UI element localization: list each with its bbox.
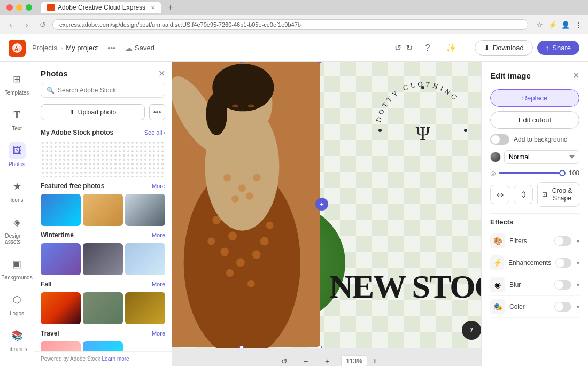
flip-h-btn[interactable]: ⇔ <box>490 185 509 204</box>
sidebar-item-icons[interactable]: ★ Icons <box>2 174 32 207</box>
my-stock-title: My Adobe Stock photos <box>41 129 113 136</box>
zoom-display[interactable]: 113% <box>341 355 367 367</box>
app-header: Ai Projects › My project ••• ☁ Saved ↺ ↻… <box>0 34 588 62</box>
svg-point-19 <box>206 92 227 135</box>
forward-btn[interactable]: › <box>20 18 33 31</box>
zoom-out-btn[interactable]: − <box>298 354 313 367</box>
reload-btn[interactable]: ↺ <box>36 18 49 31</box>
canvas[interactable]: + DOTTY CLOTHING Ψ <box>172 62 481 348</box>
filters-label: Filters <box>509 237 550 245</box>
svg-point-29 <box>421 86 424 89</box>
breadcrumb-parent[interactable]: Projects <box>32 44 57 52</box>
travel-more-link[interactable]: More <box>152 330 165 337</box>
enhancements-toggle[interactable] <box>555 258 571 268</box>
fall-more-link[interactable]: More <box>152 281 165 287</box>
browser-tab[interactable]: Adobe Creative Cloud Express ✕ <box>41 2 161 13</box>
sidebar-item-libraries[interactable]: 📚 Libraries <box>2 323 32 356</box>
opacity-slider[interactable] <box>499 172 563 174</box>
fall-photo-3[interactable] <box>125 292 165 324</box>
photos-label: Photos <box>9 161 25 167</box>
blur-expand-icon[interactable]: ▾ <box>577 282 579 288</box>
featured-photo-1[interactable] <box>41 194 81 226</box>
maximize-dot[interactable] <box>26 4 32 11</box>
color-expand-icon[interactable]: ▾ <box>577 304 579 310</box>
extension-icon[interactable]: ⚡ <box>547 19 558 30</box>
travel-photo-2[interactable] <box>83 341 123 351</box>
enhancements-icon: ⚡ <box>490 255 504 270</box>
edit-cutout-label: Edit cutout <box>519 116 551 124</box>
stock-pattern[interactable] <box>41 141 165 177</box>
opacity-thumb[interactable] <box>559 170 566 176</box>
header-actions: ⬇ Download ↑ Share <box>475 40 579 56</box>
download-button[interactable]: ⬇ Download <box>475 40 533 56</box>
sidebar-item-logos[interactable]: ⬡ Logos <box>2 287 32 321</box>
settings-icon[interactable]: ⋮ <box>573 19 584 30</box>
close-dot[interactable] <box>6 4 13 11</box>
upload-more-btn[interactable]: ••• <box>149 104 165 120</box>
magic-btn[interactable]: ✨ <box>443 40 460 57</box>
winter-photo-1[interactable] <box>41 243 81 275</box>
sidebar-item-photos[interactable]: 🖼 Photos <box>2 138 32 172</box>
redo-btn[interactable]: ↻ <box>406 43 413 53</box>
zoom-in-btn[interactable]: + <box>320 354 335 367</box>
featured-grid <box>41 194 165 226</box>
flip-h-icon: ⇔ <box>497 190 504 200</box>
filters-toggle[interactable] <box>554 236 571 246</box>
winter-photo-3[interactable] <box>125 243 165 275</box>
share-label: Share <box>552 44 571 52</box>
photos-icon: 🖼 <box>12 145 22 157</box>
address-bar[interactable]: express.adobe.com/sp/design/post/urn:aai… <box>52 19 528 30</box>
svg-point-23 <box>238 184 246 192</box>
winter-photo-2[interactable] <box>83 243 123 275</box>
travel-photo-1[interactable] <box>41 341 81 351</box>
text-label: Text <box>12 126 21 131</box>
featured-photo-3[interactable] <box>125 194 165 226</box>
replace-btn[interactable]: Replace <box>490 89 579 107</box>
wintertime-more-link[interactable]: More <box>152 232 165 238</box>
tab-close-btn[interactable]: ✕ <box>151 5 155 11</box>
panel-close-btn[interactable]: ✕ <box>158 68 165 79</box>
blend-mode-select[interactable]: Normal Multiply Screen Overlay <box>504 150 579 164</box>
sidebar-item-design-assets[interactable]: ◈ Design assets <box>2 209 32 249</box>
panel-scroll: My Adobe Stock photos See all › Featured… <box>34 127 172 351</box>
share-button[interactable]: ↑ Share <box>537 41 579 55</box>
fall-photo-1[interactable] <box>41 292 81 324</box>
zoom-info-btn[interactable]: ℹ <box>374 357 376 365</box>
help-btn[interactable]: ? <box>419 40 436 57</box>
flip-v-btn[interactable]: ⇕ <box>514 185 533 204</box>
panel-title: Photos <box>41 69 68 78</box>
photos-icon-wrap: 🖼 <box>9 142 26 159</box>
more-options-btn[interactable]: ••• <box>104 43 119 53</box>
sidebar-item-backgrounds[interactable]: ▣ Backgrounds <box>2 251 32 285</box>
blur-toggle[interactable] <box>554 280 571 290</box>
color-toggle[interactable] <box>554 302 571 312</box>
upload-photo-btn[interactable]: ⬆ Upload photo <box>41 104 145 120</box>
add-background-toggle[interactable] <box>490 134 509 145</box>
right-panel-close-btn[interactable]: ✕ <box>572 71 579 81</box>
fall-photo-2[interactable] <box>83 292 123 324</box>
edit-cutout-btn[interactable]: Edit cutout <box>490 111 579 129</box>
crop-shape-btn[interactable]: ⊡ Crop & Shape <box>537 182 579 207</box>
rotate-canvas-btn[interactable]: ↺ <box>277 354 292 367</box>
enhancements-expand-icon[interactable]: ▾ <box>577 260 579 266</box>
breadcrumb-current[interactable]: My project <box>66 44 98 52</box>
undo-btn[interactable]: ↺ <box>394 43 401 53</box>
backgrounds-icon-wrap: ▣ <box>9 255 26 272</box>
zoom-level: 113% <box>346 357 362 365</box>
sidebar-item-templates[interactable]: ⊞ Templates <box>2 66 32 100</box>
canvas-image[interactable] <box>172 62 320 348</box>
search-input[interactable] <box>58 87 159 94</box>
bookmark-icon[interactable]: ☆ <box>535 19 545 30</box>
filters-icon: 🎨 <box>490 233 505 248</box>
featured-photo-2[interactable] <box>83 194 123 226</box>
design-assets-icon: ◈ <box>13 216 21 228</box>
new-tab-btn[interactable]: + <box>166 3 175 12</box>
filters-expand-icon[interactable]: ▾ <box>577 238 579 244</box>
profile-icon[interactable]: 👤 <box>560 19 571 30</box>
featured-more-link[interactable]: More <box>152 183 165 189</box>
back-btn[interactable]: ‹ <box>4 18 17 31</box>
see-all-link[interactable]: See all › <box>144 129 165 136</box>
sidebar-item-text[interactable]: T Text <box>2 102 32 136</box>
learn-more-link[interactable]: Learn more <box>102 356 129 362</box>
minimize-dot[interactable] <box>16 4 22 11</box>
